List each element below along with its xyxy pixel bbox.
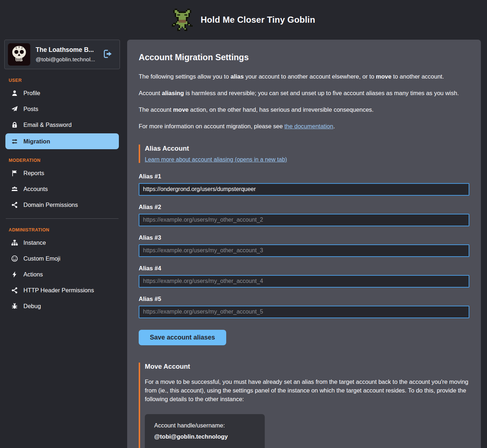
nav-section-label-administration: ADMINISTRATION: [9, 227, 124, 232]
user-icon: [11, 89, 18, 97]
share-nodes-icon: [11, 287, 18, 294]
sidebar-item-actions[interactable]: Actions: [0, 266, 124, 282]
alias-label-1: Alias #1: [139, 173, 469, 180]
users-icon: [11, 185, 18, 192]
transfer-arrows-icon: [11, 138, 18, 145]
detail-label: Account handle/username:: [154, 422, 255, 429]
nav-item-label: Actions: [23, 271, 43, 278]
sidebar-item-migration[interactable]: Migration: [5, 133, 119, 149]
sidebar-item-instance[interactable]: Instance: [0, 235, 124, 250]
logout-icon[interactable]: [103, 49, 113, 60]
bolt-icon: [11, 271, 18, 278]
detail-value: @tobi@goblin.technology: [154, 433, 255, 440]
sidebar-item-reports[interactable]: Reports: [0, 165, 124, 181]
profile-card[interactable]: The Loathsome B... @tobi@goblin.technol.…: [4, 40, 120, 69]
move-section-heading: Move Account: [145, 363, 469, 371]
nav-item-label: Migration: [23, 138, 50, 145]
page-title: Account Migration Settings: [139, 53, 469, 62]
alias-account-section: Alias Account Learn more about account a…: [139, 145, 469, 163]
intro-paragraph: The following settings allow you to alia…: [139, 72, 469, 81]
alias-docs-link[interactable]: Learn more about account aliasing (opens…: [145, 156, 287, 163]
alias-label-3: Alias #3: [139, 234, 469, 241]
nav-item-label: Debug: [23, 303, 41, 310]
alias-input-3[interactable]: [139, 244, 469, 257]
profile-display-name: The Loathsome B...: [36, 46, 95, 54]
alias-section-heading: Alias Account: [145, 145, 469, 152]
alias-input-4[interactable]: [139, 275, 469, 288]
nav-item-label: Profile: [23, 90, 40, 97]
nav-section-label-moderation: MODERATION: [9, 158, 124, 163]
sidebar-item-domain-permissions[interactable]: Domain Permissions: [0, 197, 124, 213]
nav-section-label-user: USER: [9, 78, 124, 83]
nav-item-label: Instance: [23, 239, 46, 246]
move-section-description: For a move to be successful, you must ha…: [145, 378, 469, 404]
sidebar-item-posts[interactable]: Posts: [0, 101, 124, 117]
sidebar-item-email-password[interactable]: Email & Password: [0, 117, 124, 133]
nav-item-label: Accounts: [23, 186, 48, 192]
intro-paragraph: Account aliasing is harmless and reversi…: [139, 89, 469, 98]
intro-paragraph: For more information on account migratio…: [139, 122, 469, 131]
sidebar-item-accounts[interactable]: Accounts: [0, 181, 124, 197]
nav-divider: [6, 218, 119, 219]
sidebar-item-http-header-permissions[interactable]: HTTP Header Permissions: [0, 282, 124, 298]
alias-input-2[interactable]: [139, 214, 469, 226]
sidebar-item-profile[interactable]: Profile: [0, 85, 124, 101]
main-panel: Account Migration Settings The following…: [127, 40, 481, 448]
alias-form: Alias #1Alias #2Alias #3Alias #4Alias #5: [139, 173, 469, 318]
sidebar-item-custom-emoji[interactable]: Custom Emoji: [0, 250, 124, 266]
move-account-section: Move Account For a move to be successful…: [139, 363, 469, 448]
nav-item-label: Posts: [23, 106, 38, 112]
goblin-logo-icon: [172, 9, 193, 31]
lock-icon: [11, 121, 18, 128]
alias-input-1[interactable]: [139, 183, 469, 196]
account-details-box: Account handle/username:@tobi@goblin.tec…: [145, 414, 265, 448]
app-header: Hold Me Closer Tiny Goblin: [0, 0, 487, 40]
profile-handle: @tobi@goblin.technol...: [36, 56, 95, 63]
alias-label-2: Alias #2: [139, 204, 469, 210]
nav-item-label: Reports: [23, 170, 44, 177]
paper-plane-icon: [11, 105, 18, 112]
intro-paragraph: The account move action, on the other ha…: [139, 106, 469, 114]
bug-icon: [11, 302, 18, 310]
app-title: Hold Me Closer Tiny Goblin: [201, 15, 315, 25]
skull-avatar: [8, 43, 30, 66]
alias-label-4: Alias #4: [139, 265, 469, 272]
nav-item-label: Domain Permissions: [23, 201, 78, 208]
save-aliases-button[interactable]: Save account aliases: [139, 330, 226, 345]
smiley-icon: [11, 255, 18, 262]
alias-label-5: Alias #5: [139, 296, 469, 302]
intro-paragraphs: The following settings allow you to alia…: [139, 72, 469, 131]
share-nodes-icon: [11, 201, 18, 208]
nav-item-label: Custom Emoji: [23, 255, 61, 262]
sidebar-nav: USERProfilePostsEmail & PasswordMigratio…: [0, 78, 124, 314]
nav-item-label: HTTP Header Permissions: [23, 287, 94, 294]
alias-input-5[interactable]: [139, 306, 469, 318]
documentation-link[interactable]: the documentation: [284, 123, 333, 129]
nav-item-label: Email & Password: [23, 121, 72, 128]
sidebar: The Loathsome B... @tobi@goblin.technol.…: [0, 40, 124, 314]
sidebar-item-debug[interactable]: Debug: [0, 298, 124, 314]
flag-icon: [11, 169, 18, 177]
sitemap-icon: [11, 239, 18, 246]
